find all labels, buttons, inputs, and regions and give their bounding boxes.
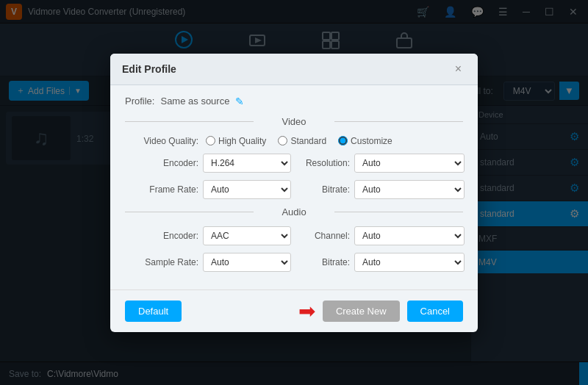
frame-rate-label: Frame Rate: <box>125 184 198 195</box>
video-section-title: Video <box>125 116 463 127</box>
quality-radio-group: High Quality Standard Customize <box>206 136 392 146</box>
create-new-button[interactable]: Create New <box>323 301 400 322</box>
edit-profile-modal: Edit Profile × Profile: Same as source ✎… <box>110 54 478 332</box>
encoder-label: Encoder: <box>125 158 198 168</box>
modal-footer: Default ➡ Create New Cancel <box>110 289 478 332</box>
quality-label: Video Quality: <box>125 136 198 146</box>
channel-select[interactable]: Auto <box>354 226 465 245</box>
audio-bitrate-group: Bitrate: Auto <box>298 253 465 272</box>
channel-group: Channel: Auto <box>298 226 465 245</box>
encoder-select[interactable]: H.264 <box>203 154 291 173</box>
frame-rate-select[interactable]: Auto <box>203 180 291 199</box>
modal-close-button[interactable]: × <box>451 61 466 77</box>
framerate-bitrate-row: Frame Rate: Auto Bitrate: Auto <box>125 180 463 199</box>
profile-edit-icon[interactable]: ✎ <box>235 96 244 107</box>
modal-header: Edit Profile × <box>110 54 478 85</box>
quality-standard-text: Standard <box>290 136 326 146</box>
modal-body: Profile: Same as source ✎ Video Video Qu… <box>110 85 478 289</box>
audio-section-title: Audio <box>125 206 463 217</box>
arrow-indicator: ➡ <box>298 299 315 323</box>
audio-bitrate-select[interactable]: Auto <box>354 253 465 272</box>
audio-encoder-group: Encoder: AAC <box>125 226 291 245</box>
sample-rate-select[interactable]: Auto <box>203 253 291 272</box>
quality-customize-text: Customize <box>351 136 392 146</box>
quality-high-label[interactable]: High Quality <box>206 136 266 146</box>
audio-encoder-label: Encoder: <box>125 231 198 241</box>
profile-label: Profile: <box>125 96 154 107</box>
encoder-resolution-row: Encoder: H.264 Resolution: Auto <box>125 154 463 173</box>
modal-title: Edit Profile <box>122 63 176 75</box>
quality-customize-radio[interactable] <box>338 136 348 145</box>
resolution-group: Resolution: Auto <box>298 154 465 173</box>
samplerate-audiobitrate-row: Sample Rate: Auto Bitrate: Auto <box>125 253 463 272</box>
audio-encoder-select[interactable]: AAC <box>203 226 291 245</box>
quality-row: Video Quality: High Quality Standard <box>125 136 463 146</box>
resolution-label: Resolution: <box>298 158 350 168</box>
cancel-button[interactable]: Cancel <box>407 301 463 322</box>
quality-high-text: High Quality <box>218 136 266 146</box>
audio-bitrate-label: Bitrate: <box>298 257 350 267</box>
channel-label: Channel: <box>298 231 350 241</box>
quality-high-radio[interactable] <box>206 136 215 145</box>
quality-standard-radio[interactable] <box>278 136 287 145</box>
profile-value: Same as source <box>160 96 229 107</box>
sample-rate-label: Sample Rate: <box>125 257 198 267</box>
bitrate-label: Bitrate: <box>298 184 350 195</box>
audio-encoder-channel-row: Encoder: AAC Channel: Auto <box>125 226 463 245</box>
quality-standard-label[interactable]: Standard <box>278 136 326 146</box>
framerate-group: Frame Rate: Auto <box>125 180 291 199</box>
bitrate-group: Bitrate: Auto <box>298 180 465 199</box>
default-button[interactable]: Default <box>125 301 182 322</box>
encoder-group: Encoder: H.264 <box>125 154 291 173</box>
resolution-select[interactable]: Auto <box>354 154 465 173</box>
bitrate-select[interactable]: Auto <box>354 180 465 199</box>
quality-customize-label[interactable]: Customize <box>338 136 392 146</box>
quality-options: High Quality Standard Customize <box>206 136 463 146</box>
profile-row: Profile: Same as source ✎ <box>125 96 463 107</box>
footer-right: ➡ Create New Cancel <box>298 299 463 323</box>
sample-rate-group: Sample Rate: Auto <box>125 253 291 272</box>
modal-overlay: Edit Profile × Profile: Same as source ✎… <box>0 0 588 385</box>
